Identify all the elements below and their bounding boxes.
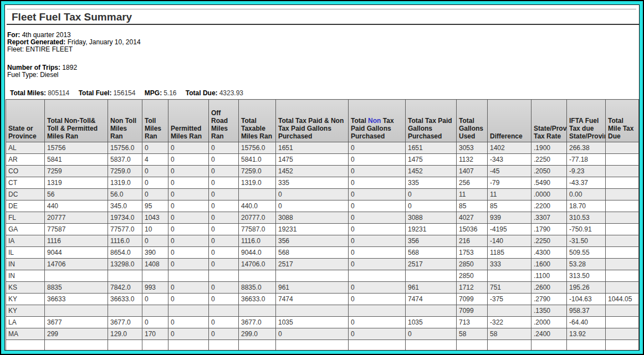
table-cell: 0 xyxy=(349,235,406,247)
table-cell: 7099 xyxy=(457,305,488,317)
table-cell: -31.50 xyxy=(567,235,606,247)
table-cell: 0 xyxy=(209,259,239,270)
table-cell: 440 xyxy=(45,200,108,212)
table-cell: .4300 xyxy=(531,247,567,259)
table-cell xyxy=(276,305,349,317)
table-cell: 14706.0 xyxy=(239,259,276,270)
for-value: 4th quarter 2013 xyxy=(22,31,71,39)
table-cell: .1790 xyxy=(531,224,567,235)
table-cell xyxy=(349,305,406,317)
table-cell: -77.18 xyxy=(567,154,606,166)
table-cell: 1319 xyxy=(45,177,108,189)
fleet-value: ENTIRE FLEET xyxy=(25,45,73,53)
table-row: KY3663336633.000036633.07474074747099-37… xyxy=(6,294,639,305)
table-cell: 3677.0 xyxy=(239,317,276,328)
table-cell xyxy=(488,340,531,351)
table-cell xyxy=(606,177,639,189)
table-cell xyxy=(606,247,639,259)
table-cell: 0 xyxy=(349,294,406,305)
table-cell: 1044.05 xyxy=(606,294,639,305)
table-cell: 15756 xyxy=(45,142,108,154)
table-cell: 0 xyxy=(209,294,239,305)
table-cell: 58 xyxy=(457,328,488,340)
table-cell: -9.23 xyxy=(567,166,606,177)
table-cell: 1651 xyxy=(276,142,349,154)
table-cell: 13298.0 xyxy=(108,259,142,270)
table-cell: 56.0 xyxy=(108,189,142,200)
table-cell: 13.92 xyxy=(567,328,606,340)
table-cell: 1475 xyxy=(276,154,349,166)
table-cell: 1116 xyxy=(45,235,108,247)
table-cell: 95 xyxy=(142,200,168,212)
table-cell: 15756.0 xyxy=(239,142,276,154)
total-miles-value: 805114 xyxy=(48,89,69,97)
table-row: KY7099.1350958.37 xyxy=(6,305,639,317)
table-cell: 0 xyxy=(168,259,209,270)
table-cell: AR xyxy=(6,154,45,166)
table-cell: 19734.0 xyxy=(108,212,142,224)
table-cell: CO xyxy=(6,166,45,177)
table-cell: 11 xyxy=(488,189,531,200)
table-row: CO72597259.00007259.01452014521407-45.20… xyxy=(6,166,639,177)
table-cell: 0 xyxy=(276,189,349,200)
table-cell: 0 xyxy=(276,200,349,212)
number-of-trips-label: Number of Trips: xyxy=(7,64,60,71)
table-cell: -64.40 xyxy=(567,317,606,328)
table-cell: 0 xyxy=(209,328,239,340)
highlighted-word: Non xyxy=(368,117,381,125)
table-cell xyxy=(606,142,639,154)
table-cell: 0 xyxy=(349,142,406,154)
report-generated-label: Report Generated: xyxy=(7,38,65,46)
column-header-total-taxable-miles-ran: Total Taxable Miles Ran xyxy=(239,100,276,142)
report-details: Number of Trips: 1892 Fuel Type: Diesel xyxy=(7,64,639,79)
table-cell: 0 xyxy=(142,189,168,200)
table-header-row: State or ProvinceTotal Non-Toll& Toll & … xyxy=(6,100,639,142)
total-miles: Total Miles:805114 xyxy=(10,89,71,97)
table-cell: DE xyxy=(6,200,45,212)
table-cell: 5841 xyxy=(45,154,108,166)
table-cell: 256 xyxy=(457,177,488,189)
table-cell xyxy=(6,340,45,351)
table-cell: 14706 xyxy=(45,259,108,270)
table-cell: 129.0 xyxy=(108,328,142,340)
table-cell: 0 xyxy=(168,282,209,294)
table-cell: 0 xyxy=(209,224,239,235)
table-cell: 18.70 xyxy=(567,200,606,212)
table-cell: 0 xyxy=(168,189,209,200)
table-cell: 7474 xyxy=(406,294,457,305)
table-cell: 4 xyxy=(142,154,168,166)
table-cell: 3053 xyxy=(457,142,488,154)
table-cell xyxy=(488,305,531,317)
table-cell: 85 xyxy=(457,200,488,212)
table-row: IN1470613298.014080014706.02517025172850… xyxy=(6,259,639,270)
table-cell: 19231 xyxy=(406,224,457,235)
table-cell: -79 xyxy=(488,177,531,189)
table-cell: 568 xyxy=(276,247,349,259)
window-frame-outer: Fleet Fuel Tax Summary For: 4th quarter … xyxy=(0,0,644,355)
table-cell xyxy=(142,340,168,351)
table-cell: 36633 xyxy=(45,294,108,305)
table-cell: 0 xyxy=(142,235,168,247)
table-cell: -43.37 xyxy=(567,177,606,189)
table-cell: 8835.0 xyxy=(239,282,276,294)
table-cell: 0 xyxy=(276,328,349,340)
table-cell: 356 xyxy=(276,235,349,247)
page-title: Fleet Fuel Tax Summary xyxy=(7,11,639,25)
table-cell: 1651 xyxy=(406,142,457,154)
table-cell: 335 xyxy=(276,177,349,189)
table-cell: 216 xyxy=(457,235,488,247)
table-cell: 1408 xyxy=(142,259,168,270)
table-cell: 3677.0 xyxy=(108,317,142,328)
table-cell: 0 xyxy=(168,212,209,224)
table-cell: 440.0 xyxy=(239,200,276,212)
totals-line: Total Miles:805114 Total Fuel:156154 MPG… xyxy=(10,89,639,97)
table-cell xyxy=(349,340,406,351)
table-cell: 313.50 xyxy=(567,270,606,282)
table-cell xyxy=(349,270,406,282)
table-cell xyxy=(45,305,108,317)
table-cell: DC xyxy=(6,189,45,200)
table-cell: .1600 xyxy=(531,259,567,270)
table-cell xyxy=(168,270,209,282)
table-cell: 0 xyxy=(406,200,457,212)
table-cell: 1452 xyxy=(276,166,349,177)
